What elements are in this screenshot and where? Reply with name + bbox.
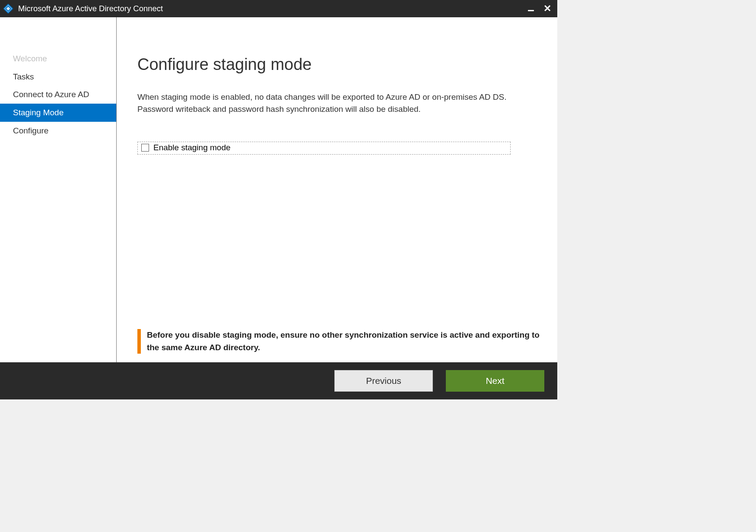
sidebar-item-label: Configure [13, 126, 48, 135]
close-icon[interactable]: ✕ [542, 4, 553, 13]
sidebar-item-welcome[interactable]: Welcome [0, 50, 116, 68]
enable-staging-mode-label: Enable staging mode [153, 143, 231, 152]
warning-banner: Before you disable staging mode, ensure … [137, 329, 549, 354]
footer: Previous Next [0, 362, 557, 399]
sidebar-item-label: Tasks [13, 72, 34, 81]
page-description: When staging mode is enabled, no data ch… [137, 91, 537, 115]
sidebar-item-connect-azure-ad[interactable]: Connect to Azure AD [0, 86, 116, 104]
window-title: Microsoft Azure Active Directory Connect [18, 4, 528, 13]
enable-staging-mode-row[interactable]: Enable staging mode [137, 142, 511, 155]
warning-text: Before you disable staging mode, ensure … [147, 329, 549, 354]
minimize-icon[interactable] [528, 10, 534, 11]
sidebar-item-configure[interactable]: Configure [0, 122, 116, 140]
azure-logo-icon [3, 4, 13, 13]
main-content: Configure staging mode When staging mode… [117, 17, 557, 362]
sidebar-item-label: Staging Mode [13, 108, 64, 117]
next-button[interactable]: Next [446, 370, 544, 392]
sidebar-item-label: Welcome [13, 54, 47, 63]
app-window: Microsoft Azure Active Directory Connect… [0, 0, 557, 399]
titlebar: Microsoft Azure Active Directory Connect… [0, 0, 557, 17]
warning-accent-bar [137, 329, 141, 354]
sidebar-item-staging-mode[interactable]: Staging Mode [0, 104, 116, 122]
window-body: Welcome Tasks Connect to Azure AD Stagin… [0, 17, 557, 362]
previous-button[interactable]: Previous [334, 370, 433, 392]
page-title: Configure staging mode [137, 55, 537, 74]
sidebar-item-label: Connect to Azure AD [13, 90, 89, 99]
sidebar: Welcome Tasks Connect to Azure AD Stagin… [0, 17, 117, 362]
window-controls: ✕ [528, 4, 553, 13]
enable-staging-mode-checkbox[interactable] [141, 144, 149, 152]
sidebar-item-tasks[interactable]: Tasks [0, 68, 116, 86]
